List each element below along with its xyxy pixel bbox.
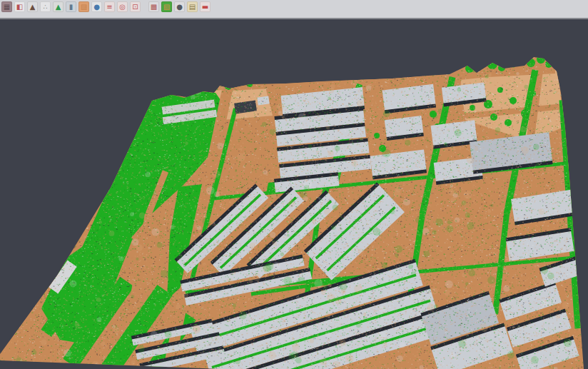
sphere-view-icon[interactable]: ● bbox=[91, 1, 102, 12]
circle-selection-icon[interactable]: ◎ bbox=[117, 1, 128, 12]
mosaic-dataset-icon[interactable]: ▦ bbox=[1, 1, 12, 12]
terrain-model-icon[interactable]: ▲ bbox=[53, 1, 64, 12]
shaded-sphere-icon[interactable]: ● bbox=[174, 1, 185, 12]
point-cloud-icon[interactable]: ∴ bbox=[40, 1, 51, 12]
anaglyph-view-icon[interactable]: ◧ bbox=[14, 1, 25, 12]
toolbar: ▦◧▲∴▲▮▨●≡◎⊡▩▧●▤▬ bbox=[0, 0, 588, 19]
classification-map-icon[interactable]: ▧ bbox=[161, 1, 172, 12]
rectangle-selection-icon[interactable]: ⊡ bbox=[130, 1, 141, 12]
hillshade-icon[interactable]: ▲ bbox=[27, 1, 38, 12]
flagged-tile-icon[interactable]: ▬ bbox=[200, 1, 211, 12]
layer-stack-icon[interactable]: ≡ bbox=[104, 1, 115, 12]
cross-section-icon[interactable]: ▮ bbox=[66, 1, 76, 12]
viewport-3d-canvas[interactable] bbox=[0, 0, 588, 369]
measurement-icon[interactable]: ▤ bbox=[187, 1, 198, 12]
orthophoto-icon[interactable]: ▨ bbox=[78, 1, 89, 12]
grid-selection-icon[interactable]: ▩ bbox=[148, 1, 159, 12]
